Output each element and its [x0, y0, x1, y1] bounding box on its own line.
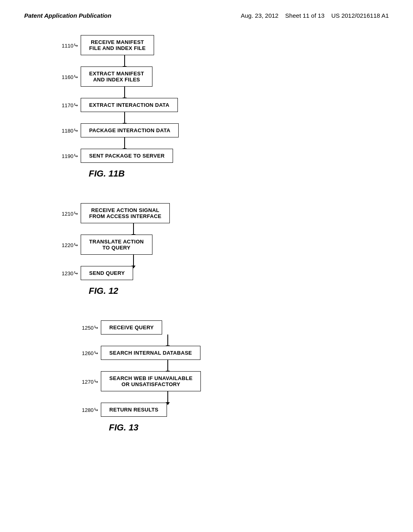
arrow-1110: [124, 55, 125, 66]
fig13-section: 1250⤷RECEIVE QUERY1260⤷SEARCH INTERNAL D…: [77, 320, 389, 433]
step-box-1170: EXTRACT INTERACTION DATA: [81, 98, 178, 112]
step-label-1260: 1260⤷: [77, 349, 101, 357]
flow-step-1180: 1180⤷PACKAGE INTERACTION DATA: [56, 123, 389, 137]
header: Patent Application Publication Aug. 23, …: [24, 12, 389, 19]
fig13-caption: FIG. 13: [109, 422, 389, 433]
step-label-1160: 1160⤷: [56, 73, 81, 81]
flow-step-1160: 1160⤷EXTRACT MANIFEST AND INDEX FILES: [56, 66, 389, 87]
arrow-1260: [167, 360, 168, 371]
flow-step-1250: 1250⤷RECEIVE QUERY: [77, 320, 389, 335]
step-label-1280: 1280⤷: [77, 406, 101, 414]
header-patent: US 2012/0216118 A1: [331, 12, 389, 19]
flow-step-1190: 1190⤷SENT PACKAGE TO SERVER: [56, 149, 389, 163]
step-label-1190: 1190⤷: [56, 152, 81, 160]
step-box-1230: SEND QUERY: [81, 266, 133, 280]
arrow-1210: [133, 223, 134, 235]
patent-publication-label: Patent Application Publication: [24, 12, 111, 19]
fig13-flow: 1250⤷RECEIVE QUERY1260⤷SEARCH INTERNAL D…: [77, 320, 389, 417]
step-box-1210: RECEIVE ACTION SIGNAL FROM ACCESS INTERF…: [81, 203, 170, 223]
step-label-1220: 1220⤷: [56, 241, 81, 249]
step-box-1280: RETURN RESULTS: [101, 403, 167, 417]
step-label-1270: 1270⤷: [77, 378, 101, 385]
flow-step-1270: 1270⤷SEARCH WEB IF UNAVAILABLE OR UNSATI…: [77, 371, 389, 391]
arrow-1180: [124, 137, 125, 149]
step-box-1220: TRANSLATE ACTION TO QUERY: [81, 235, 152, 255]
flow-step-1280: 1280⤷RETURN RESULTS: [77, 403, 389, 417]
arrow-1220: [133, 255, 134, 266]
arrow-1250: [167, 335, 168, 346]
step-label-1230: 1230⤷: [56, 269, 81, 277]
flow-step-1170: 1170⤷EXTRACT INTERACTION DATA: [56, 98, 389, 112]
step-box-1110: RECEIVE MANIFEST FILE AND INDEX FILE: [81, 35, 154, 55]
flow-step-1220: 1220⤷TRANSLATE ACTION TO QUERY: [56, 235, 389, 255]
fig11b-section: 1110⤷RECEIVE MANIFEST FILE AND INDEX FIL…: [56, 35, 389, 179]
step-box-1190: SENT PACKAGE TO SERVER: [81, 149, 173, 163]
header-info: Aug. 23, 2012 Sheet 11 of 13 US 2012/021…: [241, 12, 389, 19]
arrow-1270: [167, 391, 168, 403]
step-box-1270: SEARCH WEB IF UNAVAILABLE OR UNSATISFACT…: [101, 371, 201, 391]
fig12-section: 1210⤷RECEIVE ACTION SIGNAL FROM ACCESS I…: [56, 203, 389, 296]
fig11b-flow: 1110⤷RECEIVE MANIFEST FILE AND INDEX FIL…: [56, 35, 389, 163]
step-box-1260: SEARCH INTERNAL DATABASE: [101, 346, 200, 360]
flow-step-1210: 1210⤷RECEIVE ACTION SIGNAL FROM ACCESS I…: [56, 203, 389, 223]
header-sheet: Sheet 11 of 13: [285, 12, 325, 19]
step-box-1250: RECEIVE QUERY: [101, 320, 162, 335]
arrow-1160: [124, 87, 125, 98]
flow-step-1260: 1260⤷SEARCH INTERNAL DATABASE: [77, 346, 389, 360]
fig11b-caption: FIG. 11B: [89, 168, 389, 179]
fig12-caption: FIG. 12: [89, 286, 389, 296]
step-label-1250: 1250⤷: [77, 324, 101, 331]
step-box-1180: PACKAGE INTERACTION DATA: [81, 123, 179, 137]
step-label-1210: 1210⤷: [56, 210, 81, 217]
step-label-1110: 1110⤷: [56, 42, 81, 49]
flow-step-1110: 1110⤷RECEIVE MANIFEST FILE AND INDEX FIL…: [56, 35, 389, 55]
fig12-flow: 1210⤷RECEIVE ACTION SIGNAL FROM ACCESS I…: [56, 203, 389, 280]
flow-step-1230: 1230⤷SEND QUERY: [56, 266, 389, 280]
arrow-1170: [124, 112, 125, 123]
header-date: Aug. 23, 2012: [241, 12, 278, 19]
step-box-1160: EXTRACT MANIFEST AND INDEX FILES: [81, 66, 152, 87]
page: Patent Application Publication Aug. 23, …: [0, 0, 413, 532]
step-label-1170: 1170⤷: [56, 101, 81, 109]
step-label-1180: 1180⤷: [56, 127, 81, 134]
